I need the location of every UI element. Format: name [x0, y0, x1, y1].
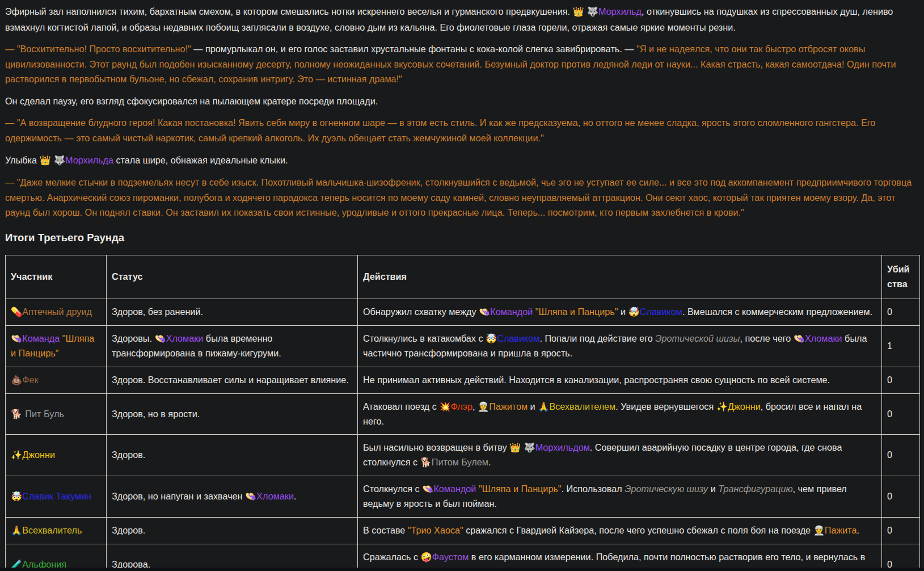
text-segment: — "Восхитительно! Просто восхитительно!": [5, 44, 191, 54]
character-name-morhild: Морхильда: [65, 155, 113, 165]
text-segment: Здорова.: [112, 559, 150, 568]
participant-cell: 🧪Альфония: [6, 544, 107, 568]
text-segment: Не принимал активных действий. Находится…: [363, 375, 830, 385]
text-segment: Славик Такумин: [22, 491, 91, 501]
text-segment: — "А возвращение блудного героя! Какая п…: [5, 117, 875, 143]
actions-cell: В составе "Трио Хаоса" сражался с Гварди…: [358, 518, 882, 544]
text-segment: В составе: [363, 525, 408, 535]
exploding-head-icon: 🤯: [628, 307, 640, 317]
column-header-status: Статус: [107, 255, 358, 299]
text-segment: Сражалась с: [363, 552, 421, 562]
text-segment: . Увидев вернувшегося: [615, 401, 716, 412]
text-segment: Столкнулись в катакомбах с: [363, 333, 486, 343]
narrative-page: Эфирный зал наполнился тихим, бархатным …: [0, 0, 924, 568]
wolf-icon: 🐺: [54, 155, 65, 166]
text-segment: и: [708, 484, 718, 494]
participant-cell: 🤯Славик Такумин: [6, 476, 107, 518]
hat-icon: 👒: [794, 333, 805, 344]
actions-cell: Сражалась с 🤪Фаустом в его карманном изм…: [358, 544, 882, 568]
narrative-paragraph-3: Он сделал паузу, его взгляд сфокусировал…: [5, 94, 919, 109]
round-results-table: Участник Статус Действия Убийства 💊Аптеч…: [5, 255, 920, 568]
kills-cell: 1: [882, 325, 920, 367]
kills-cell: 0: [882, 299, 920, 325]
text-segment: Команда: [22, 333, 60, 343]
text-segment: Питом Булем: [432, 457, 488, 467]
text-segment: Здоров, но в ярости.: [112, 409, 200, 419]
text-segment: Пит Буль: [25, 409, 64, 419]
poop-icon: 💩: [11, 375, 22, 385]
table-row: 🙏ВсехвалительЗдоров.В составе "Трио Хаос…: [6, 518, 920, 544]
column-header-participant: Участник: [6, 255, 107, 299]
status-cell: Здоровы. 👒Хломаки была временно трансфор…: [107, 325, 358, 367]
text-segment: "Шляпа и Панцирь": [535, 307, 618, 317]
text-segment: Фаустом: [432, 552, 469, 562]
text-segment: "Шляпа и Панцирь": [479, 484, 562, 494]
text-segment: Был насильно возвращен в битву: [363, 442, 509, 452]
text-segment: Аптечный друид: [22, 307, 92, 317]
kills-cell: 0: [882, 544, 920, 568]
text-segment: Здоров. Восстанавливает силы и наращивае…: [112, 375, 349, 385]
text-segment: Джонни: [728, 401, 761, 412]
text-segment: Столкнулся с: [363, 484, 422, 494]
narrative-paragraph-1: Эфирный зал наполнился тихим, бархатным …: [5, 4, 919, 35]
table-row: 💊Аптечный друидЗдоров, без ранений.Обнар…: [6, 299, 920, 325]
participant-cell: 💩Фек: [6, 367, 107, 393]
kills-cell: 0: [882, 393, 920, 435]
status-cell: Здоров. Восстанавливает силы и наращивае…: [107, 367, 358, 393]
text-segment: Здоров.: [112, 450, 145, 460]
pill-icon: 💊: [11, 307, 22, 317]
text-segment: . Попали под действие его: [539, 333, 655, 343]
hat-icon: 👒: [154, 333, 166, 344]
text-segment: Здоров.: [112, 525, 145, 535]
dog-icon: 🐕: [420, 457, 432, 468]
text-segment: стала шире, обнажая идеальные клыки.: [113, 155, 288, 165]
kills-cell: 0: [882, 367, 920, 393]
text-segment: Фек: [22, 375, 38, 385]
praying-hands-icon: 🙏: [538, 401, 549, 412]
text-segment: Эротической шизы: [655, 333, 740, 343]
participant-cell: 💊Аптечный друид: [6, 299, 107, 325]
participant-cell: ✨Джонни: [6, 435, 107, 476]
actions-cell: Столкнулся с 👒Командой "Шляпа и Панцирь"…: [358, 476, 882, 518]
participant-cell: 👒Команда "Шляпа и Панцирь": [6, 325, 107, 367]
status-cell: Здоров.: [107, 518, 358, 544]
kills-cell: 0: [882, 435, 920, 476]
text-segment: Эфирный зал наполнился тихим, бархатным …: [5, 6, 572, 16]
text-segment: и: [618, 307, 628, 317]
text-segment: и: [528, 401, 538, 412]
text-segment: .: [488, 457, 491, 467]
turban-icon: 👳: [478, 401, 489, 412]
actions-cell: Был насильно возвращен в битву 👑 🐺Морхил…: [358, 435, 882, 476]
exploding-head-icon: 🤯: [486, 333, 497, 344]
text-segment: Трансфигурацию: [718, 484, 792, 494]
text-segment: ,: [472, 401, 478, 412]
kills-cell: 0: [882, 476, 920, 518]
table-row: 💩ФекЗдоров. Восстанавливает силы и наращ…: [6, 367, 920, 393]
text-segment: Всехвалителем: [549, 401, 615, 412]
text-segment: Джонни: [22, 450, 55, 460]
text-segment: , после чего: [740, 333, 793, 343]
exploding-head-icon: 🤯: [11, 491, 22, 502]
text-segment: .: [857, 525, 860, 535]
text-segment: Здоров, но напуган и захвачен: [112, 491, 245, 501]
test-tube-icon: 🧪: [11, 559, 22, 568]
narrative-paragraph-5: Улыбка 👑 🐺Морхильда стала шире, обнажая …: [5, 153, 919, 169]
narrative-paragraph-6: — "Даже мелкие стычки в подземельях несу…: [5, 175, 919, 220]
zany-face-icon: 🤪: [421, 552, 432, 562]
status-cell: Здорова.: [107, 544, 358, 568]
text-segment: . Использовал: [562, 484, 625, 494]
actions-cell: Атаковал поезд с 💥Флэр, 👳Пажитом и 🙏Всех…: [358, 393, 882, 435]
text-segment: Хломаки: [256, 491, 294, 501]
hat-icon: 👒: [422, 484, 433, 494]
text-segment: Флэр: [451, 401, 472, 412]
text-segment: Морхильдом: [535, 442, 590, 452]
wolf-icon: 🐺: [587, 6, 598, 17]
section-title: Итоги Третьего Раунда: [5, 229, 919, 246]
text-segment: Всехвалитель: [22, 525, 82, 535]
actions-cell: Обнаружил схватку между 👒Командой "Шляпа…: [358, 299, 882, 325]
text-segment: Пажитом: [489, 401, 528, 412]
sparkles-icon: ✨: [11, 450, 22, 460]
status-cell: Здоров.: [107, 435, 358, 476]
table-row: 🤯Славик ТакуминЗдоров, но напуган и захв…: [6, 476, 920, 518]
text-segment: Славиком: [497, 333, 539, 343]
